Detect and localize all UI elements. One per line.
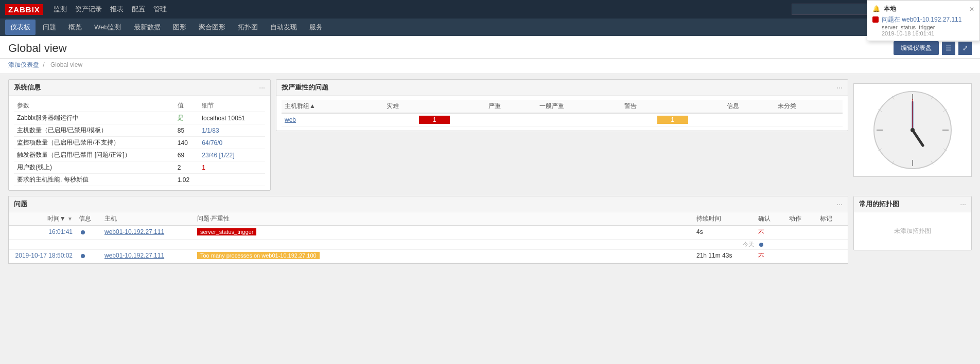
page-title: Global view xyxy=(8,42,67,55)
issue-actions-1 xyxy=(786,226,817,240)
col-actions: 动作 xyxy=(786,212,817,226)
sys-info-row: 用户数(线上)21 xyxy=(14,161,265,174)
issues-table: 时间▼ ▼ 信息 主机 问题·严重性 持续时间 确认 动作 标记 16:0 xyxy=(9,212,848,263)
popup-severity-dot xyxy=(872,16,879,23)
issue-host-2: web01-10.192.27.111 xyxy=(101,250,194,263)
second-nav: 仪表板 问题 概览 Web监测 最新数据 图形 聚合图形 拓扑图 自动发现 服务… xyxy=(0,19,980,36)
sys-value: 69 xyxy=(174,149,199,161)
system-info-widget: 系统信息 ··· 参数 值 细节 Zabbix服务器端运行中是localhost… xyxy=(8,79,271,191)
top-nav-items: 监测 资产记录 报表 配置 管理 xyxy=(54,5,167,14)
nav-graphs[interactable]: 图形 xyxy=(168,20,191,35)
list-view-button[interactable]: ☰ xyxy=(942,42,955,55)
popup-details: 问题在 web01-10.192.27.111 server_status_tr… xyxy=(882,15,961,37)
issues-widget: 问题 ··· 时间▼ ▼ 信息 主机 问题·严重性 持续时间 确认 xyxy=(8,196,848,264)
problems-severity-menu[interactable]: ··· xyxy=(836,83,843,92)
issue-duration-1: 4s xyxy=(693,226,755,240)
issue-ack-2: 不 xyxy=(755,250,786,263)
issue-host-1: web01-10.192.27.111 xyxy=(101,226,194,240)
nav-dashboard[interactable]: 仪表板 xyxy=(5,20,36,35)
issue-tags-1 xyxy=(817,226,848,240)
sys-info-row: 监控项数量（已启用/已禁用/不支持）14064/76/0 xyxy=(14,137,265,149)
nav-problems[interactable]: 问题 xyxy=(38,20,61,35)
breadcrumb-current: Global view xyxy=(50,61,82,68)
system-info-body: 参数 值 细节 Zabbix服务器端运行中是localhost 10051主机数… xyxy=(9,96,270,190)
sys-detail xyxy=(199,174,265,186)
host-link-1[interactable]: web01-10.192.27.111 xyxy=(104,228,164,235)
trigger-label-2[interactable]: Too many processes on web01-10.192.27.10… xyxy=(197,252,320,259)
fullscreen-button[interactable]: ⤢ xyxy=(958,42,972,55)
popup-trigger: server_status_trigger xyxy=(882,24,961,30)
problems-severity-body: 主机群组▲ 灾难 严重 一般严重 警告 信息 未分类 web 1 xyxy=(276,96,848,131)
problems-severity-widget: 按严重性的问题 ··· 主机群组▲ 灾难 严重 一般严重 警告 信息 未分类 xyxy=(276,79,848,131)
topology-body: 未添加拓扑图 xyxy=(854,212,971,250)
sys-detail[interactable]: 1 xyxy=(199,161,265,174)
logo: ZABBIX xyxy=(5,4,43,15)
problems-severity-col: 按严重性的问题 ··· 主机群组▲ 灾难 严重 一般严重 警告 信息 未分类 xyxy=(276,79,848,191)
sys-param: Zabbix服务器端运行中 xyxy=(14,112,174,124)
today-label: 今天 xyxy=(743,241,754,248)
info-dot-2 xyxy=(81,254,85,258)
sys-detail[interactable]: 23/46 [1/22] xyxy=(199,149,265,161)
prob-group-link[interactable]: web xyxy=(285,116,296,123)
nav-web[interactable]: Web监测 xyxy=(89,20,127,35)
sys-detail[interactable]: 1/1/83 xyxy=(199,124,265,137)
system-info-col: 系统信息 ··· 参数 值 细节 Zabbix服务器端运行中是localhost… xyxy=(8,79,271,191)
issue-problem-1: server_status_trigger xyxy=(194,226,693,240)
sys-param: 触发器数量（已启用/已禁用 [问题/正常]） xyxy=(14,149,174,161)
col-detail: 细节 xyxy=(199,100,265,112)
topology-menu[interactable]: ··· xyxy=(960,200,966,208)
topology-widget: 常用的拓扑图 ··· 未添加拓扑图 xyxy=(853,196,972,250)
breadcrumb: 添加仪表盘 / Global view xyxy=(0,59,980,74)
disaster-count[interactable]: 1 xyxy=(419,116,450,124)
issues-menu[interactable]: ··· xyxy=(836,200,843,208)
trigger-label-1[interactable]: server_status_trigger xyxy=(197,228,256,235)
svg-point-16 xyxy=(911,128,915,132)
col-info: 信息 xyxy=(76,212,101,226)
breadcrumb-parent[interactable]: 添加仪表盘 xyxy=(8,61,39,68)
nav-screens[interactable]: 聚合图形 xyxy=(194,20,231,35)
warning-count[interactable]: 1 xyxy=(657,116,688,124)
nav-assets[interactable]: 资产记录 xyxy=(75,5,102,14)
issue-actions-2 xyxy=(786,250,817,263)
popup-content: 问题在 web01-10.192.27.111 server_status_tr… xyxy=(872,15,974,37)
sys-info-row: 要求的主机性能, 每秒新值1.02 xyxy=(14,174,265,186)
host-link-2[interactable]: web01-10.192.27.111 xyxy=(104,252,164,259)
issue-info-2 xyxy=(76,250,101,263)
nav-discovery[interactable]: 自动发现 xyxy=(265,20,302,35)
right-col: 🔔 本地 ✕ 问题在 web01-10.192.27.111 server_st… xyxy=(853,79,972,191)
sys-param: 要求的主机性能, 每秒新值 xyxy=(14,174,174,186)
popup-host[interactable]: 问题在 web01-10.192.27.111 xyxy=(882,15,961,24)
nav-config[interactable]: 配置 xyxy=(132,5,145,14)
nav-latest[interactable]: 最新数据 xyxy=(129,20,166,35)
sys-detail[interactable]: 64/76/0 xyxy=(199,137,265,149)
nav-monitoring[interactable]: 监测 xyxy=(54,5,67,14)
col-host: 主机 xyxy=(101,212,194,226)
issue-time-1: 16:01:41 xyxy=(9,226,76,240)
popup-title-area: 🔔 本地 xyxy=(872,5,896,13)
popup-header: 🔔 本地 ✕ xyxy=(872,5,974,13)
issues-widget-header: 问题 ··· xyxy=(9,196,848,212)
nav-services[interactable]: 服务 xyxy=(304,20,328,35)
issue-duration-2: 21h 11m 43s xyxy=(693,250,755,263)
col-time: 时间▼ ▼ xyxy=(9,212,76,226)
sort-icon: ▼ xyxy=(67,216,73,222)
nav-reports[interactable]: 报表 xyxy=(110,5,124,14)
nav-overview[interactable]: 概览 xyxy=(63,20,87,35)
prob-col-group: 主机群组▲ xyxy=(282,100,383,113)
popup-close-button[interactable]: ✕ xyxy=(969,6,974,13)
sys-value: 1.02 xyxy=(174,174,199,186)
topology-col: 常用的拓扑图 ··· 未添加拓扑图 xyxy=(853,196,972,264)
prob-row-web: web 1 1 xyxy=(282,113,843,126)
prob-col-severe: 严重 xyxy=(485,100,536,113)
edit-dashboard-button[interactable]: 编辑仪表盘 xyxy=(894,41,939,55)
issues-row: 问题 ··· 时间▼ ▼ 信息 主机 问题·严重性 持续时间 确认 xyxy=(0,196,980,269)
system-info-table: 参数 值 细节 Zabbix服务器端运行中是localhost 10051主机数… xyxy=(14,100,265,186)
issues-title: 问题 xyxy=(14,199,27,209)
col-value: 值 xyxy=(174,100,199,112)
system-info-menu[interactable]: ··· xyxy=(259,83,265,92)
clock-widget xyxy=(853,83,972,177)
issue-problem-2: Too many processes on web01-10.192.27.10… xyxy=(194,250,693,263)
bell-icon: 🔔 xyxy=(872,5,880,12)
nav-topology[interactable]: 拓扑图 xyxy=(233,20,263,35)
nav-admin[interactable]: 管理 xyxy=(153,5,167,14)
